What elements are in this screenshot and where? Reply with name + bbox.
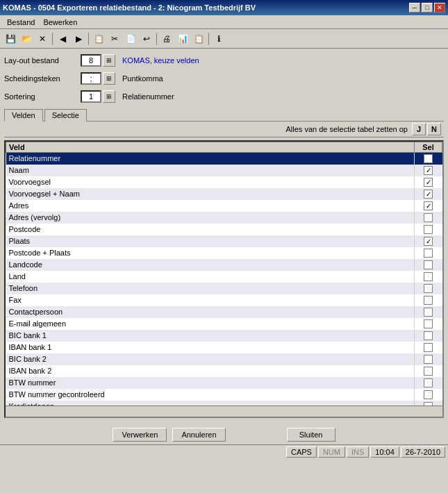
table-row[interactable]: BTW nummer gecontroleerd: [6, 389, 415, 401]
col-veld-header: Veld: [6, 142, 415, 153]
toolbar-print[interactable]: 🖨: [159, 31, 174, 47]
table-row[interactable]: Land: [6, 271, 415, 283]
table-row[interactable]: Voorvoegsel: [6, 176, 415, 188]
horizontal-scrollbar[interactable]: [6, 406, 442, 417]
sel-checkbox[interactable]: [424, 260, 433, 269]
sel-checkbox[interactable]: [424, 378, 433, 387]
btn-n[interactable]: N: [427, 123, 441, 135]
toolbar-delete[interactable]: ✕: [35, 31, 50, 47]
sel-checkbox[interactable]: [424, 343, 433, 352]
table-row[interactable]: BTW nummer: [6, 377, 415, 389]
scheidingsteken-icon-btn[interactable]: ⊞: [103, 72, 115, 85]
toolbar-undo[interactable]: ↩: [139, 31, 154, 47]
table-row[interactable]: Fax: [6, 294, 415, 306]
sel-cell: [415, 212, 442, 224]
sortering-row: Sortering ⊞ Relatienummer: [4, 89, 444, 104]
table-scroll-area[interactable]: Veld Sel RelatienummerNaamVoorvoegselVoo…: [6, 142, 442, 406]
tab-velden[interactable]: Velden: [4, 109, 43, 122]
sel-checkbox[interactable]: [424, 213, 433, 222]
sel-checkbox[interactable]: [424, 296, 433, 305]
sel-cell: [415, 188, 442, 200]
sel-checkbox[interactable]: [424, 154, 433, 163]
scheidingsteken-input[interactable]: [81, 72, 101, 85]
sel-checkbox[interactable]: [424, 249, 433, 258]
toolbar-chart[interactable]: 📊: [175, 31, 190, 47]
table-row[interactable]: Contactpersoon: [6, 306, 415, 318]
sel-checkbox[interactable]: [424, 355, 433, 364]
maximize-button[interactable]: □: [422, 3, 433, 12]
verwerken-button[interactable]: Verwerken: [113, 428, 167, 442]
sel-cell: [415, 153, 442, 165]
toolbar-info[interactable]: ℹ: [211, 31, 226, 47]
sortering-label: Sortering: [4, 92, 81, 101]
table-header-row: Alles van de selectie tabel zetten op J …: [4, 122, 444, 137]
toolbar-paste[interactable]: 📄: [123, 31, 138, 47]
table-row[interactable]: Voorvoegsel + Naam: [6, 188, 415, 200]
sel-checkbox[interactable]: [424, 284, 433, 293]
menu-bestand[interactable]: Bestand: [3, 17, 39, 27]
sel-cell: [415, 389, 442, 401]
table-row[interactable]: BIC bank 1: [6, 330, 415, 342]
btn-j[interactable]: J: [412, 123, 426, 135]
table-row[interactable]: Plaats: [6, 235, 415, 247]
menu-bewerken[interactable]: Bewerken: [39, 17, 81, 27]
table-row[interactable]: Adres: [6, 200, 415, 212]
tab-selectie[interactable]: Selectie: [44, 109, 87, 122]
sortering-icon-btn[interactable]: ⊞: [103, 90, 115, 103]
sel-cell: [415, 353, 442, 365]
sel-cell: [415, 365, 442, 377]
sel-checkbox[interactable]: [424, 402, 433, 406]
sluiten-button[interactable]: Sluiten: [287, 428, 335, 442]
toolbar-sep-2: [88, 33, 89, 45]
table-row[interactable]: IBAN bank 2: [6, 365, 415, 377]
annuleren-button[interactable]: Annuleren: [172, 428, 225, 442]
table-row[interactable]: Postcode: [6, 224, 415, 235]
table-row[interactable]: IBAN bank 1: [6, 342, 415, 353]
toolbar-clipboard[interactable]: 📋: [191, 31, 206, 47]
toolbar-back[interactable]: ◀: [55, 31, 70, 47]
table-row[interactable]: Adres (vervolg): [6, 212, 415, 224]
table-row[interactable]: Postcode + Plaats: [6, 247, 415, 259]
sel-checkbox[interactable]: [424, 201, 433, 210]
sortering-desc: Relatienummer: [122, 92, 174, 101]
sel-cell: [415, 318, 442, 330]
table-row[interactable]: Telefoon: [6, 283, 415, 294]
toolbar-open[interactable]: 📂: [19, 31, 34, 47]
sel-checkbox[interactable]: [424, 308, 433, 317]
table-row[interactable]: Landcode: [6, 259, 415, 271]
sel-cell: [415, 342, 442, 353]
sel-checkbox[interactable]: [424, 367, 433, 376]
sel-checkbox[interactable]: [424, 225, 433, 234]
sel-checkbox[interactable]: [424, 178, 433, 187]
toolbar-new[interactable]: 💾: [3, 31, 18, 47]
minimize-button[interactable]: ─: [409, 3, 420, 12]
date-display: 26-7-2010: [401, 446, 445, 458]
sel-checkbox[interactable]: [424, 190, 433, 199]
tab-container: Velden Selectie: [4, 108, 444, 122]
table-row[interactable]: E-mail algemeen: [6, 318, 415, 330]
toolbar-sep-3: [156, 33, 157, 45]
table-row[interactable]: BIC bank 2: [6, 353, 415, 365]
sel-cell: [415, 259, 442, 271]
scheidingsteken-desc: Puntkomma: [122, 74, 163, 83]
table-row[interactable]: Relatienummer: [6, 153, 415, 165]
sel-checkbox[interactable]: [424, 319, 433, 328]
layout-label: Lay-out bestand: [4, 56, 81, 65]
toolbar-copy[interactable]: 📋: [91, 31, 106, 47]
table-row[interactable]: Kredietdagen: [6, 401, 415, 406]
table-row[interactable]: Naam: [6, 165, 415, 176]
sel-checkbox[interactable]: [424, 390, 433, 399]
sortering-input[interactable]: [81, 90, 101, 103]
toolbar-cut[interactable]: ✂: [107, 31, 122, 47]
sel-checkbox[interactable]: [424, 166, 433, 175]
sel-cell: [415, 294, 442, 306]
sel-checkbox[interactable]: [424, 237, 433, 246]
sel-cell: [415, 271, 442, 283]
sel-checkbox[interactable]: [424, 272, 433, 281]
col-sel-header: Sel: [415, 142, 442, 153]
close-button[interactable]: ✕: [434, 3, 445, 12]
sel-checkbox[interactable]: [424, 331, 433, 340]
toolbar-forward[interactable]: ▶: [71, 31, 86, 47]
layout-input[interactable]: [81, 54, 101, 67]
layout-icon-btn[interactable]: ⊞: [103, 54, 115, 67]
